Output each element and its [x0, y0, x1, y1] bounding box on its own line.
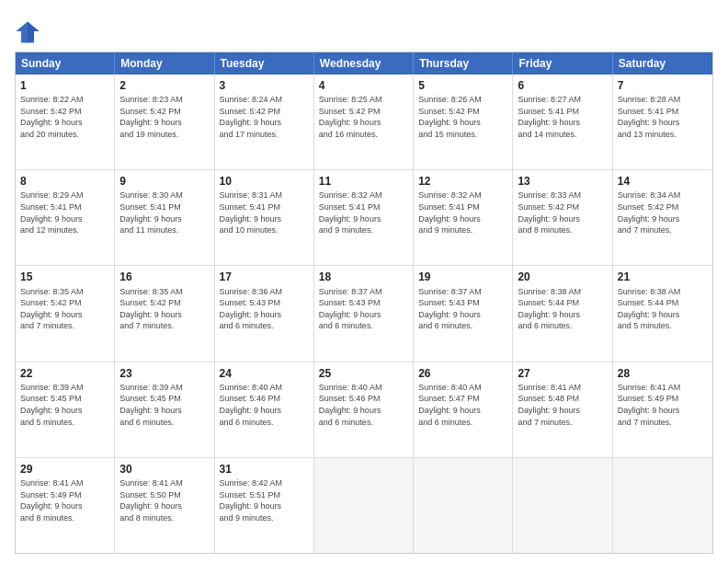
day-details: Sunrise: 8:25 AMSunset: 5:42 PMDaylight:… [319, 94, 408, 140]
weekday-header-thursday: Thursday [414, 52, 513, 75]
calendar-day-6: 6Sunrise: 8:27 AMSunset: 5:41 PMDaylight… [513, 75, 612, 169]
calendar-day-23: 23Sunrise: 8:39 AMSunset: 5:45 PMDayligh… [115, 362, 214, 457]
day-details: Sunrise: 8:42 AMSunset: 5:51 PMDaylight:… [220, 477, 309, 523]
calendar-day-19: 19Sunrise: 8:37 AMSunset: 5:43 PMDayligh… [414, 266, 513, 361]
weekday-header-wednesday: Wednesday [314, 52, 414, 75]
day-number: 28 [618, 366, 708, 381]
day-number: 31 [220, 462, 309, 477]
calendar-day-15: 15Sunrise: 8:35 AMSunset: 5:42 PMDayligh… [16, 266, 115, 361]
calendar-empty-cell [314, 458, 414, 553]
day-details: Sunrise: 8:36 AMSunset: 5:43 PMDaylight:… [220, 286, 309, 332]
logo [15, 18, 44, 44]
calendar-day-1: 1Sunrise: 8:22 AMSunset: 5:42 PMDaylight… [16, 75, 115, 169]
calendar-row-1: 1Sunrise: 8:22 AMSunset: 5:42 PMDaylight… [16, 75, 712, 169]
day-details: Sunrise: 8:40 AMSunset: 5:46 PMDaylight:… [319, 382, 408, 428]
logo-icon [15, 18, 40, 44]
day-number: 15 [20, 270, 109, 284]
calendar-empty-cell [613, 458, 712, 553]
weekday-header-monday: Monday [115, 52, 214, 75]
day-details: Sunrise: 8:32 AMSunset: 5:41 PMDaylight:… [319, 190, 408, 236]
calendar-row-3: 15Sunrise: 8:35 AMSunset: 5:42 PMDayligh… [16, 265, 712, 361]
day-number: 7 [618, 78, 708, 93]
day-number: 25 [319, 366, 408, 381]
calendar-day-3: 3Sunrise: 8:24 AMSunset: 5:42 PMDaylight… [215, 75, 314, 169]
calendar-row-2: 8Sunrise: 8:29 AMSunset: 5:41 PMDaylight… [16, 169, 712, 265]
calendar-day-16: 16Sunrise: 8:35 AMSunset: 5:42 PMDayligh… [115, 266, 214, 361]
day-number: 12 [418, 174, 507, 189]
day-details: Sunrise: 8:41 AMSunset: 5:49 PMDaylight:… [20, 477, 109, 523]
day-number: 24 [220, 366, 309, 381]
calendar-day-18: 18Sunrise: 8:37 AMSunset: 5:43 PMDayligh… [314, 266, 414, 361]
calendar-row-5: 29Sunrise: 8:41 AMSunset: 5:49 PMDayligh… [16, 457, 712, 553]
calendar-header: SundayMondayTuesdayWednesdayThursdayFrid… [16, 52, 712, 75]
calendar-day-10: 10Sunrise: 8:31 AMSunset: 5:41 PMDayligh… [215, 170, 314, 265]
day-number: 8 [20, 174, 109, 189]
calendar-day-8: 8Sunrise: 8:29 AMSunset: 5:41 PMDaylight… [16, 170, 115, 265]
calendar-day-14: 14Sunrise: 8:34 AMSunset: 5:42 PMDayligh… [613, 170, 712, 265]
day-number: 6 [518, 78, 607, 93]
day-details: Sunrise: 8:35 AMSunset: 5:42 PMDaylight:… [20, 286, 109, 332]
day-details: Sunrise: 8:30 AMSunset: 5:41 PMDaylight:… [119, 190, 209, 236]
calendar-day-26: 26Sunrise: 8:40 AMSunset: 5:47 PMDayligh… [414, 362, 513, 457]
calendar-row-4: 22Sunrise: 8:39 AMSunset: 5:45 PMDayligh… [16, 362, 712, 457]
day-number: 16 [119, 270, 209, 284]
day-details: Sunrise: 8:33 AMSunset: 5:42 PMDaylight:… [518, 190, 607, 236]
day-number: 18 [319, 270, 408, 284]
day-number: 19 [418, 270, 507, 284]
page: SundayMondayTuesdayWednesdayThursdayFrid… [0, 0, 728, 563]
calendar-day-17: 17Sunrise: 8:36 AMSunset: 5:43 PMDayligh… [215, 266, 314, 361]
day-number: 20 [518, 270, 607, 284]
day-number: 5 [418, 78, 507, 93]
calendar-day-22: 22Sunrise: 8:39 AMSunset: 5:45 PMDayligh… [16, 362, 115, 457]
day-details: Sunrise: 8:23 AMSunset: 5:42 PMDaylight:… [119, 94, 209, 140]
day-details: Sunrise: 8:31 AMSunset: 5:41 PMDaylight:… [220, 190, 309, 236]
day-number: 9 [119, 174, 209, 189]
day-details: Sunrise: 8:41 AMSunset: 5:48 PMDaylight:… [518, 382, 607, 428]
day-number: 11 [319, 174, 408, 189]
weekday-header-sunday: Sunday [16, 52, 115, 75]
day-details: Sunrise: 8:39 AMSunset: 5:45 PMDaylight:… [20, 382, 109, 428]
calendar-day-5: 5Sunrise: 8:26 AMSunset: 5:42 PMDaylight… [414, 75, 513, 169]
day-details: Sunrise: 8:41 AMSunset: 5:49 PMDaylight:… [618, 382, 708, 428]
calendar-day-31: 31Sunrise: 8:42 AMSunset: 5:51 PMDayligh… [215, 458, 314, 553]
day-details: Sunrise: 8:35 AMSunset: 5:42 PMDaylight:… [119, 286, 209, 332]
day-details: Sunrise: 8:40 AMSunset: 5:47 PMDaylight:… [418, 382, 507, 428]
day-number: 30 [119, 462, 209, 477]
day-details: Sunrise: 8:26 AMSunset: 5:42 PMDaylight:… [418, 94, 507, 140]
calendar-day-28: 28Sunrise: 8:41 AMSunset: 5:49 PMDayligh… [613, 362, 712, 457]
day-number: 3 [220, 78, 309, 93]
day-number: 17 [220, 270, 309, 284]
day-number: 1 [20, 78, 109, 93]
calendar-day-11: 11Sunrise: 8:32 AMSunset: 5:41 PMDayligh… [314, 170, 414, 265]
calendar-day-25: 25Sunrise: 8:40 AMSunset: 5:46 PMDayligh… [314, 362, 414, 457]
calendar-body: 1Sunrise: 8:22 AMSunset: 5:42 PMDaylight… [16, 75, 712, 553]
weekday-header-tuesday: Tuesday [215, 52, 314, 75]
day-details: Sunrise: 8:37 AMSunset: 5:43 PMDaylight:… [418, 286, 507, 332]
calendar-day-12: 12Sunrise: 8:32 AMSunset: 5:41 PMDayligh… [414, 170, 513, 265]
day-number: 27 [518, 366, 607, 381]
calendar-empty-cell [414, 458, 513, 553]
calendar-day-27: 27Sunrise: 8:41 AMSunset: 5:48 PMDayligh… [513, 362, 612, 457]
day-number: 23 [119, 366, 209, 381]
calendar-empty-cell [513, 458, 612, 553]
day-details: Sunrise: 8:34 AMSunset: 5:42 PMDaylight:… [618, 190, 708, 236]
day-number: 26 [418, 366, 507, 381]
day-details: Sunrise: 8:41 AMSunset: 5:50 PMDaylight:… [119, 477, 209, 523]
header [15, 15, 713, 44]
day-details: Sunrise: 8:38 AMSunset: 5:44 PMDaylight:… [618, 286, 708, 332]
calendar-day-2: 2Sunrise: 8:23 AMSunset: 5:42 PMDaylight… [115, 75, 214, 169]
day-details: Sunrise: 8:37 AMSunset: 5:43 PMDaylight:… [319, 286, 408, 332]
day-number: 21 [618, 270, 708, 284]
calendar-day-29: 29Sunrise: 8:41 AMSunset: 5:49 PMDayligh… [16, 458, 115, 553]
calendar-day-21: 21Sunrise: 8:38 AMSunset: 5:44 PMDayligh… [613, 266, 712, 361]
calendar-day-9: 9Sunrise: 8:30 AMSunset: 5:41 PMDaylight… [115, 170, 214, 265]
day-details: Sunrise: 8:40 AMSunset: 5:46 PMDaylight:… [220, 382, 309, 428]
day-number: 29 [20, 462, 109, 477]
day-number: 13 [518, 174, 607, 189]
day-details: Sunrise: 8:22 AMSunset: 5:42 PMDaylight:… [20, 94, 109, 140]
day-details: Sunrise: 8:39 AMSunset: 5:45 PMDaylight:… [119, 382, 209, 428]
day-details: Sunrise: 8:29 AMSunset: 5:41 PMDaylight:… [20, 190, 109, 236]
calendar-day-7: 7Sunrise: 8:28 AMSunset: 5:41 PMDaylight… [613, 75, 712, 169]
weekday-header-friday: Friday [513, 52, 612, 75]
day-number: 14 [618, 174, 708, 189]
